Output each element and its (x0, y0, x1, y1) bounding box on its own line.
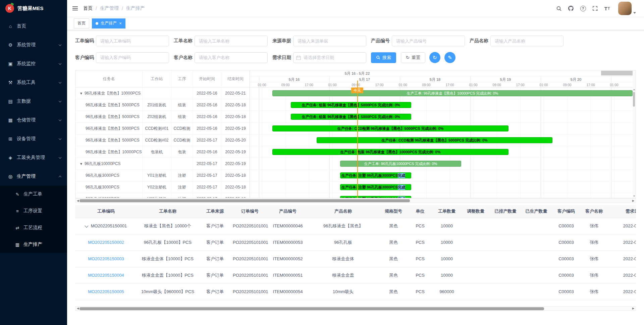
sidebar-item[interactable]: ⌂ 首页 (0, 17, 67, 36)
sidebar-item[interactable]: ◈ 工装夹具管理 (0, 148, 67, 167)
sidebar-subitem[interactable]: ≡ 工序设置 (0, 203, 67, 219)
sidebar-item[interactable]: ⊞ 设备管理 (0, 129, 67, 148)
filter-input[interactable] (195, 36, 268, 46)
sidebar-item[interactable]: ◎ 生产管理 (0, 167, 67, 186)
gantt-bar[interactable]: 生产工单: 96孔孔板10000PCS 完成比例: 0% (340, 161, 461, 167)
filter-input[interactable] (195, 52, 268, 63)
filter-input[interactable] (96, 36, 169, 46)
order-code-link[interactable]: MO202205150003 (88, 256, 124, 261)
search-button-label: 搜索 (382, 55, 391, 61)
column-header[interactable]: 产品名称 (307, 205, 379, 218)
sidebar-subitem[interactable]: ⇄ 工艺流程 (0, 219, 67, 236)
order-code-link[interactable]: MO202205150005 (88, 289, 124, 294)
filter-input[interactable] (293, 36, 366, 46)
scrollbar-thumb[interactable] (79, 307, 544, 310)
sidebar-item[interactable]: ▤ 主数据 (0, 92, 67, 111)
gantt-task-row[interactable]: ▼ 96孔移液盒【黑色】5000PCS CCD检测#02 CCD检测 2022-… (75, 134, 250, 146)
sidebar-item[interactable]: ⚙ 系统管理 (0, 36, 67, 54)
scrollbar-thumb[interactable] (633, 92, 635, 107)
filter-input[interactable] (490, 36, 564, 46)
view-tag[interactable]: 首页 × (74, 18, 89, 29)
timeline-scrollbar-thumb[interactable] (601, 71, 633, 75)
sidebar-subitem[interactable]: ✎ 生产工单 (0, 186, 67, 203)
column-header[interactable]: 单位 (408, 205, 432, 218)
gantt-bar[interactable]: 生产任务: 组装 96孔移液盒【黑色】5000PCS 完成比例: 0% (291, 102, 411, 108)
gantt-task-row[interactable]: ▼ 96孔移液盒【黑色】5000PCS CCD检测#01 CCD检测 2022-… (75, 123, 250, 134)
filter-input[interactable] (392, 36, 465, 46)
order-row[interactable]: MO202205150003 移液盒盒体【10000】PCS 客户订单 PO20… (75, 251, 636, 267)
gantt-bar[interactable]: 生产任务: 注塑 96孔孔板3000PCS 完成 (340, 172, 411, 178)
column-header[interactable]: 已排产数量 (490, 205, 521, 218)
avatar[interactable] (618, 2, 632, 15)
gantt-task-row[interactable]: ▼ 96孔孔板10000PCS 2022-05-17 2022-05-19 (75, 158, 250, 170)
gantt-vertical-scrollbar[interactable]: ▲ ▼ (633, 70, 636, 198)
gantt-bar[interactable]: 生产任务: 注塑 96孔孔板3000PCS 完成 (340, 196, 411, 198)
column-header[interactable]: 客户名称 (581, 205, 607, 218)
scroll-up-arrow[interactable]: ▲ (633, 88, 636, 91)
column-header[interactable]: 规格型号 (379, 205, 408, 218)
filter-input[interactable] (96, 52, 169, 63)
column-header[interactable]: 产品编号 (268, 205, 307, 218)
gantt-task-row[interactable]: ▼ 96孔移液盒【黑色】10000PCS 包装机 包装 2022-05-16 2… (75, 146, 250, 158)
order-code-link[interactable]: MO202205150001 (91, 223, 127, 228)
gantt-task-row[interactable]: ▼ 96孔移液盒【黑色】10000PCS 2022-05-16 2022-05-… (75, 88, 250, 99)
help-icon[interactable]: ? (578, 3, 588, 13)
orders-horizontal-scrollbar[interactable]: ◀ ▶ (75, 306, 636, 311)
gantt-bar[interactable]: 生产任务: 注塑 96孔孔板3000PCS 完成 (340, 184, 411, 190)
column-header[interactable]: 需求日期 (607, 205, 636, 218)
gantt-task-row[interactable]: ▼ 96孔移液盒【黑色】5000PCS Z01组装机 组装 2022-05-16… (75, 99, 250, 111)
column-header[interactable]: 已生产数量 (521, 205, 552, 218)
expand-arrow-icon[interactable]: ▼ (79, 162, 83, 166)
column-header[interactable]: 客户编码 (552, 205, 581, 218)
scroll-down-arrow[interactable]: ▼ (633, 195, 636, 197)
sidebar-subitem[interactable]: ▥ 生产排产 (0, 236, 67, 253)
breadcrumb-item[interactable]: 生产管理 (100, 5, 119, 11)
scroll-right-arrow[interactable]: ▶ (631, 199, 636, 203)
user-menu[interactable] (618, 2, 636, 15)
column-header[interactable]: 调整数量 (461, 205, 490, 218)
gantt-bar[interactable]: 生产任务: CCD检测 96孔移液盒【黑色】5000PCS 完成比例: 0% (272, 125, 508, 131)
gantt-bar[interactable]: 生产工单: 96孔移液盒【黑色】10000PCS 完成比例: 0% (272, 90, 633, 96)
gantt-task-row[interactable]: ▼ 96孔孔板3000PCS Y03注塑机 注塑 2022-05-17 2022… (75, 193, 250, 198)
order-code-link[interactable]: MO202205150002 (88, 240, 124, 245)
sidebar-item[interactable]: ⚒ 系统工具 (0, 73, 67, 92)
breadcrumb-item[interactable]: 首页 (83, 5, 93, 11)
hamburger-icon[interactable] (67, 6, 83, 10)
search-button[interactable]: 搜索 (371, 52, 396, 63)
column-header[interactable]: 工单编码 (75, 205, 137, 218)
gantt-bar[interactable]: 生产任务: 组装 96孔移液盒【黑色】5000PCS 完成比例: 0% (291, 114, 411, 120)
gantt-bar[interactable]: 生产任务: CCD检测 96孔移液盒【黑色】5000PCS 完成比例: 0% (317, 137, 552, 143)
column-header[interactable]: 工单来源 (199, 205, 231, 218)
order-code-link[interactable]: MO202205150004 (88, 273, 124, 278)
column-header[interactable]: 工单名称 (137, 205, 199, 218)
refresh-button[interactable]: ↻ (429, 52, 440, 63)
fullscreen-icon[interactable] (590, 3, 600, 13)
gantt-horizontal-scrollbar[interactable]: ◀ ▶ (75, 198, 636, 203)
order-row[interactable]: MO202205150001 移液盒【黑色】10000个 客户订单 PO2022… (75, 218, 636, 234)
gantt-bar[interactable]: 生产任务: 包装 96孔移液盒【黑色】10000PCS 完成比例: 0% (272, 149, 508, 155)
close-icon[interactable]: × (119, 21, 122, 25)
scroll-right-arrow[interactable]: ▶ (631, 307, 636, 311)
edit-schedule-button[interactable]: ✎ (444, 52, 455, 63)
column-header[interactable]: 工单数量 (432, 205, 461, 218)
app-logo[interactable]: K 苦糖果MES (0, 0, 67, 17)
github-icon[interactable] (566, 3, 576, 13)
order-row[interactable]: MO202205150004 移液盒盒盖【10000】PCS 客户订单 PO20… (75, 267, 636, 283)
order-row[interactable]: MO202205150002 96孔孔板【10000】PCS 客户订单 PO20… (75, 234, 636, 251)
view-tag[interactable]: 生产排产 × (92, 18, 125, 29)
column-header[interactable]: 订单编号 (231, 205, 268, 218)
gantt-task-row[interactable]: ▼ 96孔移液盒【黑色】5000PCS Z02组装机 组装 2022-05-16… (75, 111, 250, 123)
expand-chevron-icon[interactable] (85, 224, 88, 227)
search-icon[interactable] (554, 3, 564, 13)
breadcrumb-item[interactable]: 生产排产 (126, 5, 145, 11)
scrollbar-thumb[interactable] (79, 199, 410, 202)
filter-input[interactable] (293, 52, 366, 63)
font-size-icon[interactable]: TT (602, 3, 612, 13)
order-row[interactable]: MO202205150005 10mm吸头【960000】PCS 客户订单 PO… (75, 283, 636, 300)
gantt-task-row[interactable]: ▼ 96孔孔板3000PCS Y02注塑机 注塑 2022-05-17 2022… (75, 181, 250, 193)
expand-arrow-icon[interactable]: ▼ (79, 92, 83, 95)
sidebar-item[interactable]: ▦ 仓储管理 (0, 111, 67, 129)
gantt-task-row[interactable]: ▼ 96孔孔板3000PCS Y01注塑机 注塑 2022-05-17 2022… (75, 170, 250, 181)
sidebar-item[interactable]: ▣ 系统监控 (0, 54, 67, 73)
reset-button[interactable]: ↻ 重置 (401, 52, 425, 63)
